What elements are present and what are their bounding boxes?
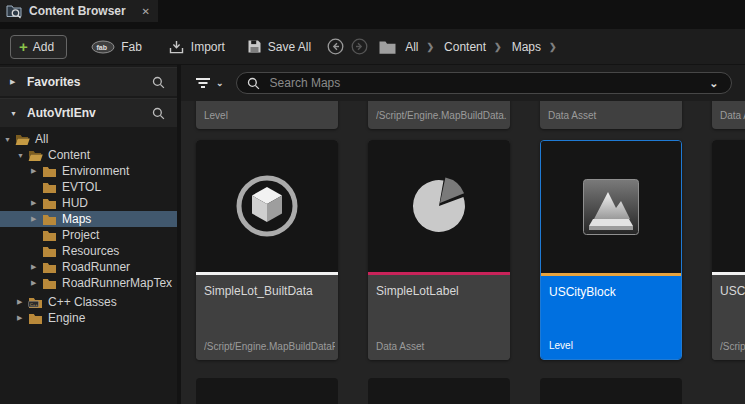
asset-footer: USCityBlock Level: [541, 276, 681, 359]
asset-tile-partial[interactable]: [540, 378, 682, 404]
sidebar-item-cpp-classes[interactable]: ▶ C++ Classes: [0, 294, 177, 310]
add-button-label: Add: [33, 40, 54, 54]
asset-thumbnail: [196, 140, 338, 272]
chevron-down-icon[interactable]: ▼: [4, 136, 15, 143]
asset-name: USCityBlock: [549, 285, 676, 299]
favorites-label: Favorites: [27, 75, 80, 89]
chevron-right-icon[interactable]: ▶: [31, 279, 42, 287]
asset-tile-simplelotlabel[interactable]: SimpleLotLabel Data Asset: [368, 140, 510, 360]
asset-tile-partial[interactable]: [196, 378, 338, 404]
chevron-right-icon[interactable]: ▶: [31, 263, 42, 271]
forward-button[interactable]: [351, 38, 368, 55]
pie-chart-icon: [409, 176, 469, 236]
plus-icon: +: [19, 39, 28, 54]
save-all-button[interactable]: Save All: [247, 39, 311, 54]
asset-type: Data Asset: [376, 341, 507, 352]
search-box[interactable]: ⌄: [236, 72, 732, 94]
save-all-button-label: Save All: [268, 40, 311, 54]
folder-icon: [28, 312, 43, 325]
chevron-down-icon[interactable]: ▼: [10, 110, 20, 117]
asset-tile-partial[interactable]: Data Asset: [540, 101, 682, 129]
cpp-folder-icon: [28, 296, 43, 309]
asset-footer: SimpleLotLabel Data Asset: [368, 275, 510, 360]
sidebar-item-resources[interactable]: ▶ Resources: [0, 243, 177, 259]
tree-item-label: Environment: [62, 164, 129, 178]
tab-content-browser[interactable]: Content Browser ✕: [0, 0, 158, 22]
asset-name: SimpleLotLabel: [376, 284, 505, 298]
save-icon: [247, 39, 262, 54]
asset-name: SimpleLot_BuiltData: [204, 284, 333, 298]
asset-tile-partial[interactable]: [368, 378, 510, 404]
chevron-right-icon[interactable]: ▶: [31, 167, 42, 175]
breadcrumb-content[interactable]: Content: [444, 40, 486, 54]
chevron-right-icon[interactable]: ▶: [31, 215, 42, 223]
asset-name: USCit: [720, 284, 745, 298]
asset-grid: Level /Script/Engine.MapBuildData... Dat…: [181, 101, 745, 404]
folder-icon[interactable]: [378, 39, 397, 55]
chevron-right-icon[interactable]: ▶: [31, 199, 42, 207]
sidebar-item-roadrunner[interactable]: ▶ RoadRunner: [0, 259, 177, 275]
asset-tile-partial[interactable]: /Script/Engine.MapBuildData...: [368, 101, 510, 129]
sidebar-item-maps[interactable]: ▶ Maps: [0, 211, 177, 227]
chevron-down-icon[interactable]: ⌄: [709, 77, 718, 90]
sidebar-item-evtol[interactable]: ▶ EVTOL: [0, 179, 177, 195]
favorites-header[interactable]: ▶ Favorites: [0, 67, 177, 96]
back-button[interactable]: [327, 38, 344, 55]
folder-open-icon: [15, 133, 30, 146]
folder-icon: [42, 213, 57, 226]
level-mountains-icon: [583, 179, 639, 235]
fab-button[interactable]: fab Fab: [91, 40, 142, 54]
search-icon[interactable]: [152, 76, 165, 89]
search-icon[interactable]: [152, 107, 165, 120]
breadcrumb-maps[interactable]: Maps: [512, 40, 541, 54]
close-icon[interactable]: ✕: [140, 6, 152, 17]
asset-type: /Script: [720, 341, 745, 352]
tree-item-label: HUD: [62, 196, 88, 210]
add-button[interactable]: + Add: [10, 35, 67, 59]
sidebar-item-content[interactable]: ▼ Content: [0, 147, 177, 163]
import-button[interactable]: Import: [168, 39, 225, 55]
chevron-right-icon: ❯: [549, 42, 557, 52]
chevron-right-icon[interactable]: ▶: [10, 78, 20, 86]
filter-icon[interactable]: [195, 77, 211, 89]
chevron-down-icon[interactable]: ▼: [17, 152, 28, 159]
search-input[interactable]: [268, 75, 710, 91]
content-browser-icon: [6, 4, 23, 19]
sidebar-item-hud[interactable]: ▶ HUD: [0, 195, 177, 211]
asset-tile-simplelot-builtdata[interactable]: SimpleLot_BuiltData /Script/Engine.MapBu…: [196, 140, 338, 360]
asset-type: /Script/Engine.MapBuildData...: [376, 110, 507, 121]
tree-item-label: All: [35, 132, 48, 146]
asset-footer: USCit /Script: [712, 275, 745, 360]
folder-open-icon: [28, 149, 43, 162]
sidebar-item-all[interactable]: ▼ All: [0, 131, 177, 147]
asset-tile-partial[interactable]: USCit /Script: [712, 140, 745, 360]
asset-thumbnail: [712, 140, 745, 272]
folder-icon: [42, 165, 57, 178]
sidebar-item-roadrunnermaptex[interactable]: ▶ RoadRunnerMapTex: [0, 275, 177, 291]
tree-item-label: Project: [62, 228, 99, 242]
import-button-label: Import: [191, 40, 225, 54]
asset-tile-partial[interactable]: Level: [196, 101, 338, 129]
sidebar-item-environment[interactable]: ▶ Environment: [0, 163, 177, 179]
chevron-right-icon[interactable]: ▶: [17, 298, 28, 306]
asset-type: Level: [549, 340, 678, 351]
chevron-right-icon[interactable]: ▶: [17, 314, 28, 322]
fab-icon: fab: [91, 40, 115, 54]
sidebar-item-project[interactable]: ▶ Project: [0, 227, 177, 243]
content-browser-window: Content Browser ✕ + Add fab Fab Import: [0, 0, 745, 404]
asset-type: Data Asset: [720, 110, 745, 121]
folder-icon: [42, 261, 57, 274]
svg-text:fab: fab: [97, 43, 108, 50]
asset-tile-uscityblock[interactable]: USCityBlock Level: [540, 140, 682, 360]
tree-item-label: Content: [48, 148, 90, 162]
sidebar-item-engine[interactable]: ▶ Engine: [0, 310, 177, 326]
sources-header[interactable]: ▼ AutoVrtlEnv: [0, 98, 177, 127]
chevron-down-icon[interactable]: ⌄: [216, 78, 224, 88]
asset-tile-partial[interactable]: Data Asset: [712, 101, 745, 129]
folder-icon: [42, 197, 57, 210]
breadcrumb-all[interactable]: All: [405, 40, 418, 54]
tree-item-label: RoadRunner: [62, 260, 130, 274]
asset-footer: SimpleLot_BuiltData /Script/Engine.MapBu…: [196, 275, 338, 360]
tree-item-label: RoadRunnerMapTex: [62, 276, 172, 290]
tab-title: Content Browser: [29, 4, 126, 18]
